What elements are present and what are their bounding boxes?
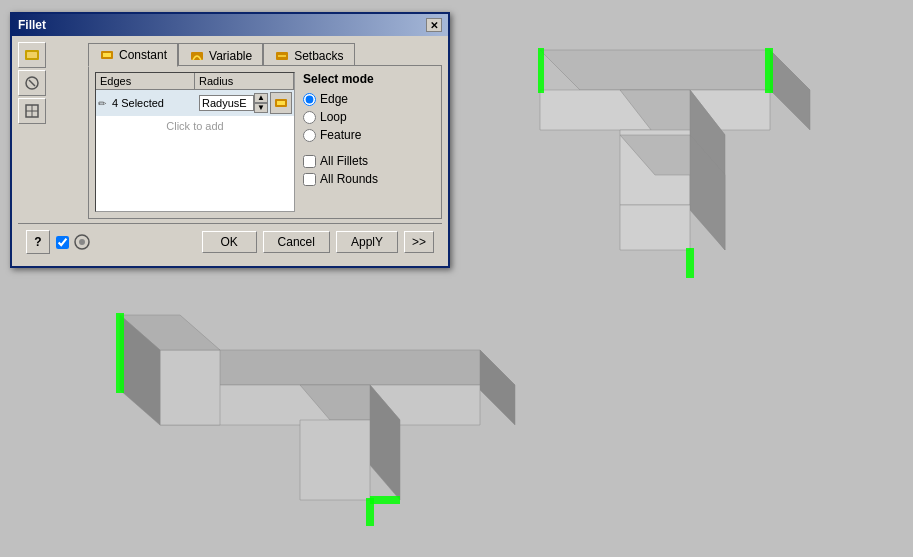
tab-variable[interactable]: Variable: [178, 43, 263, 67]
close-button[interactable]: ✕: [426, 18, 442, 32]
svg-rect-9: [765, 48, 773, 93]
svg-rect-11: [686, 248, 694, 278]
dialog-body: Constant Variable Se: [12, 36, 448, 266]
table-header: Edges Radius: [96, 73, 294, 90]
radius-cell: ▲ ▼: [199, 92, 292, 114]
fillet-dialog: Fillet ✕: [10, 12, 450, 268]
radio-feature[interactable]: Feature: [303, 128, 378, 142]
select-mode-title: Select mode: [303, 72, 378, 86]
toolbar-btn-1[interactable]: [18, 42, 46, 68]
checkbox-all-rounds-input[interactable]: [303, 173, 316, 186]
radio-loop[interactable]: Loop: [303, 110, 378, 124]
checkbox-all-rounds[interactable]: All Rounds: [303, 172, 378, 186]
radio-feature-label: Feature: [320, 128, 361, 142]
col-radius: Radius: [195, 73, 294, 89]
dialog-title: Fillet: [18, 18, 46, 32]
table-row[interactable]: ✏ 4 Selected ▲ ▼: [96, 90, 294, 116]
radius-icon-btn[interactable]: [270, 92, 292, 114]
edges-cell: 4 Selected: [109, 96, 199, 110]
radius-spinners: ▲ ▼: [254, 93, 268, 113]
table-area: Edges Radius ✏ 4 Selected ▲: [95, 72, 435, 212]
svg-rect-37: [277, 101, 285, 105]
radio-loop-input[interactable]: [303, 111, 316, 124]
spin-down[interactable]: ▼: [254, 103, 268, 113]
svg-rect-25: [27, 52, 37, 58]
svg-rect-23: [370, 496, 400, 504]
toolbar-btn-2[interactable]: [18, 70, 46, 96]
radio-feature-input[interactable]: [303, 129, 316, 142]
toolbar-btn-3[interactable]: [18, 98, 46, 124]
spin-up[interactable]: ▲: [254, 93, 268, 103]
tab-variable-label: Variable: [209, 49, 252, 63]
edit-icon: ✏: [98, 98, 106, 109]
checkbox-all-rounds-label: All Rounds: [320, 172, 378, 186]
more-button[interactable]: >>: [404, 231, 434, 253]
radio-edge[interactable]: Edge: [303, 92, 378, 106]
svg-marker-1: [770, 50, 810, 130]
table-placeholder: Click to add: [96, 116, 294, 136]
edges-table: Edges Radius ✏ 4 Selected ▲: [95, 72, 295, 212]
svg-marker-20: [300, 420, 370, 500]
svg-rect-10: [538, 48, 544, 93]
preview-checkbox-input[interactable]: [56, 236, 69, 249]
svg-line-27: [29, 80, 35, 86]
checkbox-all-fillets-label: All Fillets: [320, 154, 368, 168]
cancel-button[interactable]: Cancel: [263, 231, 330, 253]
checkbox-all-fillets-input[interactable]: [303, 155, 316, 168]
svg-marker-8: [620, 205, 690, 250]
checkbox-group: All Fillets All Rounds: [303, 154, 378, 186]
svg-marker-15: [160, 350, 220, 425]
dialog-titlebar: Fillet ✕: [12, 14, 448, 36]
tabs: Constant Variable Se: [88, 42, 442, 66]
tab-setbacks-label: Setbacks: [294, 49, 343, 63]
tab-constant[interactable]: Constant: [88, 43, 178, 67]
help-button[interactable]: ?: [26, 230, 50, 254]
ok-button[interactable]: OK: [202, 231, 257, 253]
svg-marker-13: [480, 350, 515, 425]
svg-rect-21: [116, 313, 124, 393]
tab-content: Edges Radius ✏ 4 Selected ▲: [88, 65, 442, 219]
svg-rect-32: [103, 53, 111, 57]
apply-button[interactable]: ApplY: [336, 231, 398, 253]
radius-input[interactable]: [199, 95, 254, 111]
dialog-footer: ? OK Cancel ApplY >>: [18, 223, 442, 260]
preview-checkbox[interactable]: [56, 232, 92, 252]
radio-edge-input[interactable]: [303, 93, 316, 106]
radio-edge-label: Edge: [320, 92, 348, 106]
svg-point-39: [79, 239, 85, 245]
radio-loop-label: Loop: [320, 110, 347, 124]
checkbox-all-fillets[interactable]: All Fillets: [303, 154, 378, 168]
select-mode-panel: Select mode Edge Loop Feat: [303, 72, 378, 212]
preview-icon: [72, 232, 92, 252]
col-edges: Edges: [96, 73, 195, 89]
tab-constant-label: Constant: [119, 48, 167, 62]
tab-setbacks[interactable]: Setbacks: [263, 43, 354, 67]
